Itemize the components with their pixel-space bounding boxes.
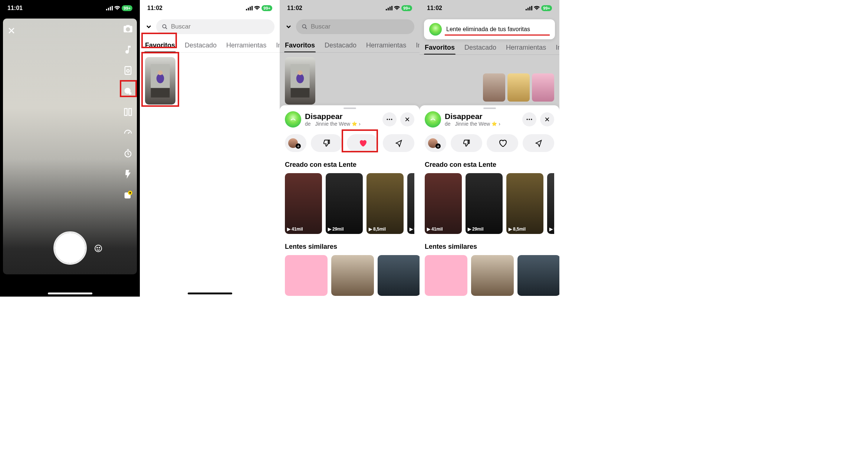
sheet-handle[interactable] (483, 108, 496, 109)
favorite-button[interactable] (487, 134, 518, 152)
shutter-button[interactable] (55, 233, 85, 263)
dislike-button[interactable] (311, 134, 342, 152)
flip-camera-icon[interactable] (123, 24, 133, 34)
lenses-carousel-button[interactable] (94, 244, 103, 253)
favorites-grid (280, 53, 420, 109)
close-sheet-button[interactable] (540, 112, 554, 126)
annotation-highlight (141, 52, 179, 107)
timer-icon[interactable] (123, 148, 133, 159)
svg-rect-16 (246, 9, 247, 10)
svg-rect-25 (386, 9, 387, 10)
lens-preview[interactable] (507, 73, 530, 102)
battery-badge: 99+ (401, 5, 412, 11)
similar-lens-card[interactable] (471, 255, 514, 296)
close-sheet-button[interactable] (400, 112, 414, 126)
created-videos-row: ▶ 41mil ▶ 29mil ▶ 8,5mil ▶ 56 (285, 173, 414, 234)
speed-icon[interactable] (123, 128, 133, 138)
search-input[interactable] (171, 23, 269, 30)
tab-destacado[interactable]: Destacado (464, 44, 496, 55)
close-button[interactable]: ✕ (7, 25, 16, 37)
svg-point-13 (95, 245, 102, 252)
similar-lens-card[interactable] (285, 255, 328, 296)
similar-lens-card[interactable] (517, 255, 559, 296)
lens-preview[interactable] (532, 73, 554, 102)
tab-inte[interactable]: Inte (276, 42, 280, 52)
annotation-underline (445, 34, 550, 36)
lens-avatar[interactable] (425, 111, 441, 128)
cellular-icon (106, 6, 113, 10)
lens-author[interactable]: de Jinnie the Wew ⭐ › (445, 121, 519, 127)
tab-destacado[interactable]: Destacado (325, 42, 356, 52)
view-count: ▶ 29mil (328, 227, 344, 232)
svg-point-34 (387, 119, 388, 120)
toast-text: Lente eliminada de tus favoritas (446, 26, 530, 33)
similar-lens-card[interactable] (331, 255, 374, 296)
lens-avatar[interactable] (285, 111, 301, 128)
collapse-button[interactable] (285, 23, 292, 30)
svg-rect-26 (388, 8, 389, 10)
lens-preview[interactable] (483, 73, 505, 102)
tab-inte[interactable]: Inte (556, 44, 559, 55)
svg-point-42 (529, 119, 530, 120)
search-bar[interactable] (156, 19, 274, 34)
svg-point-36 (391, 119, 392, 120)
clock: 11:02 (147, 5, 162, 11)
dislike-button[interactable] (451, 134, 482, 152)
similar-label: Lentes similares (285, 243, 414, 251)
video-card[interactable]: ▶ 41mil (425, 173, 462, 234)
tab-favoritos[interactable]: Favoritos (425, 44, 455, 55)
tab-herramientas[interactable]: Herramientas (226, 42, 266, 52)
video-card[interactable]: ▶ 41mil (285, 173, 322, 234)
video-card[interactable]: ▶ 29mil (466, 173, 503, 234)
toast-notification: Lente eliminada de tus favoritas (424, 19, 555, 39)
verified-icon: ⭐ (491, 121, 497, 126)
svg-rect-31 (290, 88, 309, 98)
tab-herramientas[interactable]: Herramientas (366, 42, 406, 52)
annotation-highlight (120, 80, 137, 97)
camera-viewfinder[interactable]: ✕ (3, 19, 137, 274)
svg-point-29 (302, 24, 306, 28)
flash-icon[interactable] (123, 169, 133, 179)
battery-badge: 99+ (262, 5, 272, 11)
tab-herramientas[interactable]: Herramientas (506, 44, 546, 55)
favorite-lens-item[interactable] (285, 57, 315, 105)
cellular-icon (246, 6, 253, 10)
tab-inte[interactable]: Inte (416, 42, 420, 52)
svg-rect-19 (251, 6, 253, 10)
home-indicator (188, 293, 232, 294)
similar-lens-card[interactable] (425, 255, 467, 296)
svg-point-5 (127, 70, 129, 72)
tab-destacado[interactable]: Destacado (185, 42, 217, 52)
status-bar: 11:02 99+ (420, 0, 559, 16)
search-input[interactable] (311, 23, 409, 30)
share-button[interactable] (523, 134, 554, 152)
try-lens-button[interactable]: + (285, 134, 306, 152)
created-videos-row: ▶ 41mil ▶ 29mil ▶ 8,5mil ▶ 56 (425, 173, 554, 234)
more-button[interactable] (382, 112, 397, 126)
svg-rect-37 (526, 9, 527, 10)
similar-lens-card[interactable] (378, 255, 420, 296)
screenshot-2-favorites: 11:02 99+ Favoritos Destacado Herramient… (140, 0, 280, 297)
status-bar: 11:01 99+ (0, 0, 140, 16)
collapse-button[interactable] (145, 23, 152, 30)
more-button[interactable] (522, 112, 536, 126)
video-card[interactable]: ▶ 8,5mil (506, 173, 543, 234)
video-card[interactable]: ▶ 56 (547, 173, 554, 234)
svg-rect-27 (389, 7, 391, 10)
status-right: 99+ (526, 5, 552, 11)
sheet-handle[interactable] (343, 108, 356, 109)
share-button[interactable] (383, 134, 414, 152)
mirror-icon[interactable] (123, 107, 133, 117)
video-card[interactable]: ▶ 56 (407, 173, 414, 234)
svg-point-14 (97, 247, 98, 248)
tab-favoritos[interactable]: Favoritos (285, 42, 315, 52)
try-lens-button[interactable]: + (425, 134, 446, 152)
video-card[interactable]: ▶ 29mil (326, 173, 363, 234)
search-bar[interactable] (296, 19, 414, 34)
video-card[interactable]: ▶ 8,5mil (366, 173, 404, 234)
gallery-icon[interactable] (123, 65, 133, 76)
lens-author[interactable]: de Jinnie the Wew ⭐ › (305, 121, 379, 127)
wifi-icon (534, 6, 540, 10)
music-icon[interactable] (123, 44, 133, 55)
add-effect-icon[interactable] (123, 190, 133, 200)
